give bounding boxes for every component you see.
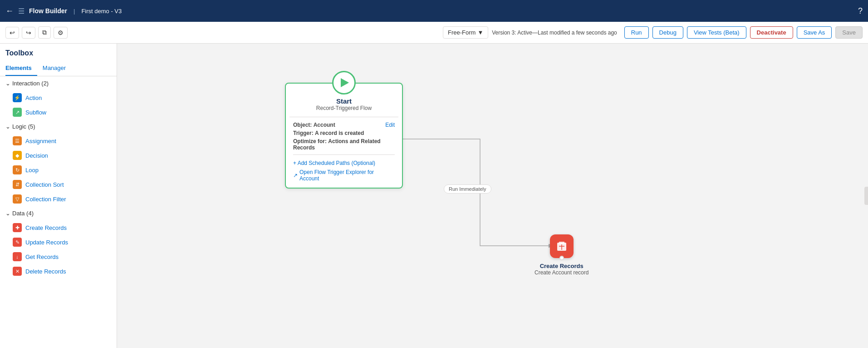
version-title: First demo - V3 bbox=[81, 8, 122, 15]
action-label: Action bbox=[25, 94, 42, 101]
connector-lines bbox=[117, 44, 868, 348]
run-immediately-label: Run Immediately bbox=[444, 184, 491, 194]
top-nav: ← ☰ Flow Builder | First demo - V3 ? bbox=[0, 0, 868, 22]
toolbox-item-loop[interactable]: ↻ Loop bbox=[0, 163, 117, 177]
copy-button[interactable]: ⧉ bbox=[38, 26, 51, 39]
get-records-icon: ↓ bbox=[13, 252, 22, 261]
chevron-interaction-icon: ⌄ bbox=[5, 80, 10, 87]
toolbox-item-collection-filter[interactable]: ▽ Collection Filter bbox=[0, 192, 117, 206]
loop-icon: ↻ bbox=[13, 165, 22, 174]
settings-button[interactable]: ⚙ bbox=[54, 27, 68, 39]
collection-filter-label: Collection Filter bbox=[25, 196, 66, 203]
create-records-node-icon bbox=[550, 234, 574, 258]
start-card-header: Start Record-Triggered Flow bbox=[286, 97, 402, 117]
view-tests-button[interactable]: View Tests (Beta) bbox=[687, 26, 746, 39]
play-icon bbox=[341, 78, 349, 87]
update-records-icon: ✎ bbox=[13, 238, 22, 247]
toolbox-item-subflow[interactable]: ↗ Subflow bbox=[0, 105, 117, 119]
start-title: Start bbox=[293, 97, 395, 105]
create-records-label: Create Records bbox=[25, 224, 67, 231]
trigger-value: A record is created bbox=[315, 130, 364, 136]
create-records-node[interactable]: Create Records Create Account record bbox=[535, 234, 588, 276]
section-interaction[interactable]: ⌄ Interaction (2) bbox=[0, 76, 117, 90]
chevron-logic-icon: ⌄ bbox=[5, 123, 10, 130]
help-button[interactable]: ? bbox=[858, 6, 863, 16]
deactivate-button[interactable]: Deactivate bbox=[750, 26, 793, 39]
menu-icon[interactable]: ☰ bbox=[18, 7, 25, 15]
tab-manager[interactable]: Manager bbox=[43, 61, 71, 76]
right-resize-handle[interactable] bbox=[864, 187, 868, 205]
decision-icon: ◆ bbox=[13, 151, 22, 160]
toolbox-item-decision[interactable]: ◆ Decision bbox=[0, 148, 117, 163]
toolbox-item-action[interactable]: ⚡ Action bbox=[0, 90, 117, 105]
trigger-row: Trigger: A record is created bbox=[293, 130, 395, 136]
start-node[interactable]: Start Record-Triggered Flow Edit Object:… bbox=[285, 71, 403, 189]
assignment-icon: ☰ bbox=[13, 136, 22, 145]
delete-records-icon: ✕ bbox=[13, 267, 22, 276]
collection-filter-icon: ▽ bbox=[13, 194, 22, 204]
subflow-icon: ↗ bbox=[13, 108, 22, 117]
optimize-row: Optimize for: Actions and Related Record… bbox=[293, 138, 395, 151]
get-records-label: Get Records bbox=[25, 254, 59, 260]
debug-button[interactable]: Debug bbox=[652, 26, 683, 39]
version-text: Version 3: Active—Last modified a few se… bbox=[492, 30, 617, 36]
app-title: Flow Builder bbox=[29, 7, 67, 15]
create-icon-svg bbox=[555, 240, 568, 253]
free-form-button[interactable]: Free-Form ▼ bbox=[443, 26, 488, 39]
toolbar: ↩ ↪ ⧉ ⚙ Free-Form ▼ Version 3: Active—La… bbox=[0, 22, 868, 44]
section-logic[interactable]: ⌄ Logic (5) bbox=[0, 119, 117, 134]
section-data-label: Data (4) bbox=[12, 210, 34, 217]
sidebar-tabs: Elements Manager bbox=[0, 61, 117, 76]
section-data[interactable]: ⌄ Data (4) bbox=[0, 206, 117, 220]
update-records-label: Update Records bbox=[25, 239, 68, 246]
svg-rect-1 bbox=[559, 242, 564, 244]
object-value: Account bbox=[314, 122, 335, 128]
free-form-label: Free-Form bbox=[448, 29, 476, 36]
chevron-data-icon: ⌄ bbox=[5, 210, 10, 217]
create-node-connector bbox=[559, 256, 564, 260]
redo-button[interactable]: ↪ bbox=[22, 27, 35, 39]
collection-sort-icon: ⇵ bbox=[13, 180, 22, 189]
loop-label: Loop bbox=[25, 167, 39, 174]
delete-records-label: Delete Records bbox=[25, 268, 66, 275]
canvas: Run Immediately Start Record-Triggered F… bbox=[117, 44, 868, 348]
toolbox-item-create-records[interactable]: ✚ Create Records bbox=[0, 220, 117, 235]
create-node-subtitle1: Create Account record bbox=[535, 269, 588, 276]
toolbox-item-delete-records[interactable]: ✕ Delete Records bbox=[0, 264, 117, 278]
sidebar: Toolbox Elements Manager ⌄ Interaction (… bbox=[0, 44, 117, 348]
add-paths-link[interactable]: + Add Scheduled Paths (Optional) bbox=[293, 159, 395, 168]
open-trigger-link[interactable]: ↗ Open Flow Trigger Explorer for Account bbox=[293, 168, 395, 183]
section-logic-label: Logic (5) bbox=[12, 123, 35, 130]
create-node-title: Create Records bbox=[540, 263, 584, 269]
undo-button[interactable]: ↩ bbox=[5, 27, 19, 39]
sidebar-title: Toolbox bbox=[0, 44, 117, 61]
assignment-label: Assignment bbox=[25, 138, 56, 144]
start-divider2 bbox=[293, 154, 395, 155]
save-as-button[interactable]: Save As bbox=[797, 26, 832, 39]
section-interaction-label: Interaction (2) bbox=[12, 80, 49, 87]
dropdown-icon: ▼ bbox=[477, 29, 483, 36]
create-records-icon: ✚ bbox=[13, 223, 22, 232]
action-icon: ⚡ bbox=[13, 93, 22, 102]
start-card-body: Edit Object: Account Trigger: A record i… bbox=[286, 117, 402, 188]
start-circle[interactable] bbox=[332, 71, 356, 94]
save-button[interactable]: Save bbox=[835, 26, 863, 39]
object-row: Edit Object: Account bbox=[293, 122, 395, 128]
run-button[interactable]: Run bbox=[624, 26, 649, 39]
back-button[interactable]: ← bbox=[5, 6, 14, 16]
tab-elements[interactable]: Elements bbox=[5, 61, 37, 76]
toolbox-item-get-records[interactable]: ↓ Get Records bbox=[0, 249, 117, 264]
start-subtitle: Record-Triggered Flow bbox=[293, 105, 395, 111]
collection-sort-label: Collection Sort bbox=[25, 181, 64, 188]
toolbox-item-assignment[interactable]: ☰ Assignment bbox=[0, 134, 117, 148]
start-card[interactable]: Start Record-Triggered Flow Edit Object:… bbox=[285, 83, 403, 189]
toolbox-item-collection-sort[interactable]: ⇵ Collection Sort bbox=[0, 177, 117, 192]
subflow-label: Subflow bbox=[25, 109, 46, 116]
toolbox-item-update-records[interactable]: ✎ Update Records bbox=[0, 235, 117, 249]
main-layout: Toolbox Elements Manager ⌄ Interaction (… bbox=[0, 44, 868, 348]
decision-label: Decision bbox=[25, 152, 48, 159]
edit-link[interactable]: Edit bbox=[385, 122, 395, 128]
